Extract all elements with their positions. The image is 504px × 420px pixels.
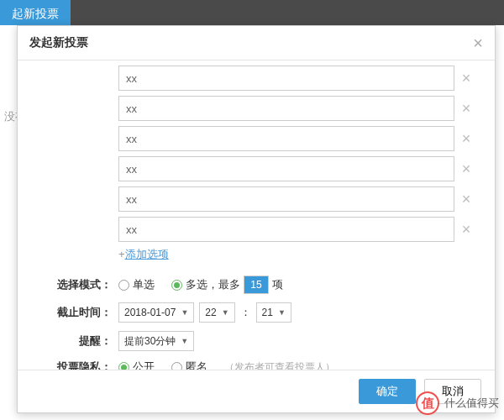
mode-multi-max-input[interactable]: 15 [244, 276, 269, 294]
create-poll-modal: 发起新投票 × ×××××× +添加选项 选择模式： 单选 多选，最多 15 项 [17, 25, 496, 413]
privacy-anon-radio[interactable]: 匿名 [171, 360, 207, 370]
add-option-row: +添加选项 [34, 247, 478, 262]
radio-icon [171, 280, 182, 291]
mode-multi-prefix: 多选，最多 [186, 277, 240, 292]
deadline-minute-value: 21 [262, 307, 273, 318]
reminder-value: 提前30分钟 [124, 334, 176, 349]
remove-option-icon[interactable]: × [454, 130, 478, 148]
mode-multi-radio[interactable]: 多选，最多 15 项 [171, 276, 283, 294]
privacy-hint: （发布者可查看投票人） [224, 360, 335, 370]
modal-title: 发起新投票 [29, 35, 88, 50]
chevron-down-icon: ▼ [278, 308, 286, 317]
radio-icon [118, 280, 129, 291]
remove-option-icon[interactable]: × [454, 70, 478, 87]
bg-new-poll-tab: 起新投票 [0, 0, 71, 29]
reminder-row: 提醒： 提前30分钟 ▼ [34, 331, 478, 351]
mode-multi-suffix: 项 [272, 277, 283, 292]
ok-button[interactable]: 确定 [359, 379, 416, 404]
deadline-date-value: 2018-01-07 [124, 307, 176, 318]
option-row: × [34, 126, 478, 151]
option-input[interactable] [118, 96, 454, 121]
option-row: × [34, 156, 478, 181]
chevron-down-icon: ▼ [181, 337, 188, 345]
option-row: × [34, 66, 478, 91]
deadline-date-select[interactable]: 2018-01-07 ▼ [118, 302, 194, 323]
deadline-hour-value: 22 [205, 307, 216, 318]
reminder-select[interactable]: 提前30分钟 ▼ [118, 331, 194, 351]
mode-single-radio[interactable]: 单选 [118, 277, 155, 292]
option-input[interactable] [118, 186, 454, 212]
option-row: × [34, 96, 478, 121]
radio-icon [171, 362, 182, 370]
reminder-label: 提醒： [34, 333, 118, 349]
mode-single-label: 单选 [133, 277, 155, 292]
chevron-down-icon: ▼ [181, 308, 188, 317]
close-icon[interactable]: × [473, 34, 483, 51]
option-input[interactable] [118, 217, 454, 242]
modal-footer: 确定 取消 [18, 370, 495, 412]
option-input[interactable] [118, 66, 454, 91]
time-separator: ： [240, 305, 251, 320]
modal-header: 发起新投票 × [18, 26, 495, 60]
deadline-label: 截止时间： [34, 305, 118, 320]
radio-icon [118, 362, 129, 370]
privacy-row: 投票隐私： 公开 匿名 （发布者可查看投票人） [34, 360, 478, 370]
remove-option-icon[interactable]: × [454, 160, 478, 178]
mode-label: 选择模式： [34, 277, 118, 292]
cancel-button[interactable]: 取消 [424, 379, 481, 404]
deadline-row: 截止时间： 2018-01-07 ▼ 22 ▼ ： 21 ▼ [34, 302, 478, 323]
deadline-minute-select[interactable]: 21 ▼ [256, 302, 291, 323]
plus-icon: + [118, 248, 125, 260]
option-row: × [34, 186, 478, 212]
option-input[interactable] [118, 126, 454, 151]
deadline-hour-select[interactable]: 22 ▼ [199, 302, 234, 323]
chevron-down-icon: ▼ [222, 308, 229, 317]
remove-option-icon[interactable]: × [454, 221, 478, 239]
option-row: × [34, 217, 478, 242]
privacy-public-radio[interactable]: 公开 [118, 360, 155, 370]
remove-option-icon[interactable]: × [454, 191, 478, 208]
privacy-label: 投票隐私： [34, 360, 118, 370]
privacy-anon-label: 匿名 [186, 360, 207, 370]
remove-option-icon[interactable]: × [454, 100, 478, 118]
add-option-link[interactable]: 添加选项 [125, 248, 169, 260]
privacy-public-label: 公开 [133, 360, 155, 370]
modal-body: ×××××× +添加选项 选择模式： 单选 多选，最多 15 项 截止时间： [18, 60, 495, 370]
mode-row: 选择模式： 单选 多选，最多 15 项 [34, 276, 478, 294]
option-input[interactable] [118, 156, 454, 181]
